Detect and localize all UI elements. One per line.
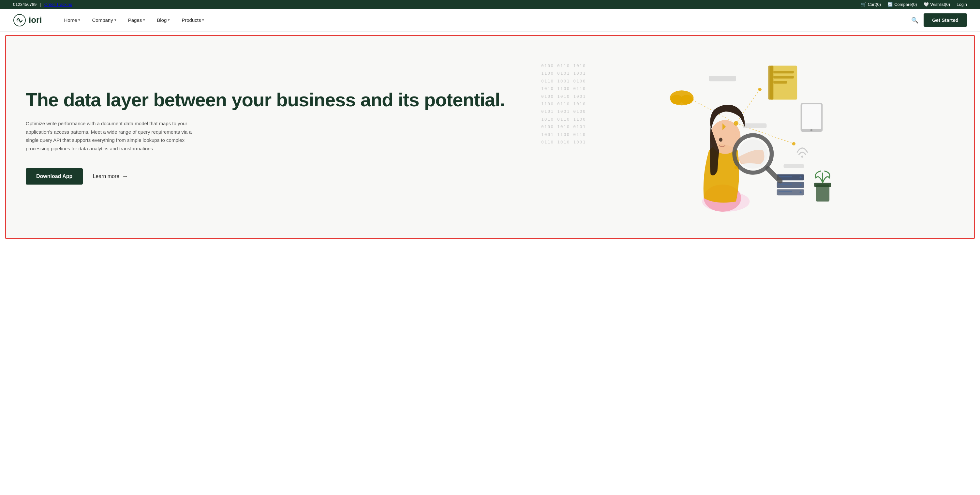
hero-description: Optimize write performance with a docume… <box>26 119 195 153</box>
compare-label: Compare(0) <box>894 2 917 7</box>
hero-illustration <box>535 56 951 218</box>
svg-rect-10 <box>773 76 794 79</box>
svg-point-25 <box>799 191 801 193</box>
svg-rect-30 <box>814 183 831 187</box>
nav-company-chevron: ▾ <box>115 18 116 22</box>
svg-line-5 <box>736 89 760 123</box>
navbar: iori Home ▾ Company ▾ Pages ▾ Blog ▾ Pro… <box>0 9 980 32</box>
svg-rect-18 <box>743 123 767 128</box>
nav-products-label: Products <box>181 17 201 23</box>
svg-point-38 <box>690 98 694 101</box>
hero-right: 0100 0110 1010 1100 0101 1001 0110 1001 … <box>535 56 951 218</box>
hero-section: The data layer between your business and… <box>5 35 975 239</box>
svg-rect-29 <box>816 185 829 202</box>
svg-rect-27 <box>778 184 792 185</box>
logo-text: iori <box>29 15 42 25</box>
cart-label: Cart(0) <box>868 2 881 7</box>
svg-rect-9 <box>773 71 794 73</box>
nav-products-chevron: ▾ <box>202 18 204 22</box>
svg-point-15 <box>810 129 813 131</box>
wishlist-link[interactable]: 🤍 Wishlist(0) <box>924 2 950 7</box>
login-link[interactable]: Login <box>956 2 967 7</box>
learn-more-label: Learn more <box>92 173 119 179</box>
nav-links: Home ▾ Company ▾ Pages ▾ Blog ▾ Products… <box>58 9 911 32</box>
wishlist-label: Wishlist(0) <box>931 2 950 7</box>
svg-point-24 <box>799 184 801 186</box>
nav-pages-label: Pages <box>128 17 142 23</box>
topbar: 0123456789 | Order Tracking 🛒 Cart(0) 🔄 … <box>0 0 980 9</box>
learn-more-button[interactable]: Learn more → <box>92 173 128 180</box>
nav-home-chevron: ▾ <box>78 18 80 22</box>
topbar-left: 0123456789 | Order Tracking <box>13 2 72 7</box>
logo[interactable]: iori <box>13 14 42 27</box>
phone-number: 0123456789 <box>13 2 37 7</box>
topbar-right: 🛒 Cart(0) 🔄 Compare(0) 🤍 Wishlist(0) Log… <box>861 2 967 7</box>
logo-icon <box>13 14 26 27</box>
nav-item-blog[interactable]: Blog ▾ <box>151 9 176 32</box>
hero-left: The data layer between your business and… <box>26 89 535 185</box>
hero-inner: The data layer between your business and… <box>6 36 974 238</box>
login-label: Login <box>956 2 967 7</box>
nav-item-pages[interactable]: Pages ▾ <box>122 9 151 32</box>
download-app-button[interactable]: Download App <box>26 168 83 185</box>
svg-rect-12 <box>768 65 774 99</box>
nav-pages-chevron: ▾ <box>143 18 145 22</box>
nav-item-company[interactable]: Company ▾ <box>86 9 122 32</box>
svg-rect-14 <box>802 104 821 129</box>
nav-right: 🔍 Get Started <box>911 13 967 27</box>
wishlist-icon: 🤍 <box>924 2 929 7</box>
nav-item-home[interactable]: Home ▾ <box>58 9 86 32</box>
svg-rect-17 <box>709 76 736 81</box>
nav-item-products[interactable]: Products ▾ <box>176 9 210 32</box>
nav-company-label: Company <box>92 17 113 23</box>
arrow-icon: → <box>122 173 128 180</box>
svg-rect-11 <box>773 81 787 83</box>
svg-point-41 <box>792 142 795 145</box>
nav-home-label: Home <box>64 17 77 23</box>
svg-point-39 <box>758 88 761 91</box>
svg-point-42 <box>734 166 737 169</box>
nav-blog-label: Blog <box>157 17 167 23</box>
order-tracking-link[interactable]: Order Tracking <box>45 2 72 7</box>
order-tracking-label: Order Tracking <box>45 2 72 7</box>
topbar-divider: | <box>40 2 41 7</box>
search-icon[interactable]: 🔍 <box>911 17 918 24</box>
svg-point-40 <box>733 121 738 126</box>
svg-rect-28 <box>778 191 792 193</box>
get-started-button[interactable]: Get Started <box>924 13 967 27</box>
cart-icon: 🛒 <box>861 2 866 7</box>
compare-icon: 🔄 <box>888 2 892 7</box>
svg-point-23 <box>799 177 801 178</box>
svg-rect-26 <box>778 176 792 177</box>
compare-link[interactable]: 🔄 Compare(0) <box>888 2 917 7</box>
svg-point-16 <box>801 156 803 158</box>
svg-point-36 <box>738 139 768 169</box>
svg-point-34 <box>719 138 722 142</box>
nav-blog-chevron: ▾ <box>168 18 170 22</box>
hero-buttons: Download App Learn more → <box>26 168 535 185</box>
hero-title: The data layer between your business and… <box>26 89 535 111</box>
svg-rect-19 <box>783 164 804 168</box>
cart-link[interactable]: 🛒 Cart(0) <box>861 2 881 7</box>
